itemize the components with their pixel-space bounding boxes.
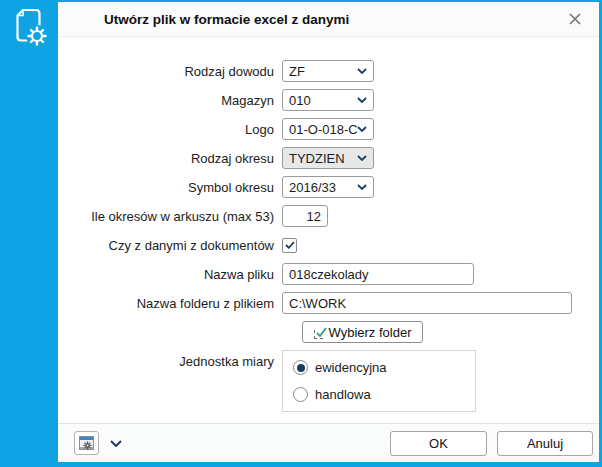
chevron-down-icon — [357, 68, 367, 74]
form-row: Magazyn 010 — [58, 89, 599, 111]
rodzaj-dowodu-select[interactable]: ZF — [282, 60, 374, 82]
field-label: Ile okresów w arkuszu (max 53) — [58, 209, 282, 224]
ile-okresow-input[interactable] — [282, 205, 328, 227]
form-row: Czy z danymi z dokumentów — [58, 234, 599, 256]
chevron-down-icon — [110, 440, 122, 447]
form-row: Symbol okresu 2016/33 — [58, 176, 599, 198]
radio-icon — [293, 360, 308, 375]
select-check-icon — [314, 326, 327, 339]
select-value: 01-O-018-C — [289, 122, 357, 137]
form-row: Rodzaj okresu TYDZIEN — [58, 147, 599, 169]
close-icon — [568, 12, 582, 26]
select-value: ZF — [289, 64, 357, 79]
field-label: Rodzaj okresu — [58, 151, 282, 166]
form-row: Rodzaj dowodu ZF — [58, 60, 599, 82]
wybierz-folder-button[interactable]: Wybierz folder — [302, 321, 423, 343]
button-label: Wybierz folder — [329, 325, 412, 340]
check-icon — [285, 241, 295, 249]
field-label: Magazyn — [58, 93, 282, 108]
nazwa-pliku-input[interactable] — [282, 263, 474, 285]
form-row: Nazwa folderu z plikiem — [58, 292, 599, 314]
field-label: Logo — [58, 122, 282, 137]
select-value: TYDZIEN — [289, 151, 357, 166]
sidebar — [0, 0, 58, 467]
form-area: Rodzaj dowodu ZF Magazyn 010 Logo 01-O-0… — [58, 38, 599, 423]
logo-select[interactable]: 01-O-018-C — [282, 118, 374, 140]
dialog-title: Utwórz plik w formacie excel z danymi — [104, 12, 349, 27]
chevron-down-icon — [357, 184, 367, 190]
select-value: 010 — [289, 93, 357, 108]
form-row: Jednostka miary ewidencyjna handlowa — [58, 350, 599, 412]
chevron-down-icon — [357, 126, 367, 132]
form-row: Nazwa pliku — [58, 263, 599, 285]
document-gear-icon — [11, 7, 47, 50]
jednostka-miary-group: ewidencyjna handlowa — [282, 350, 476, 412]
field-label: Nazwa folderu z plikiem — [58, 296, 282, 311]
chevron-down-icon — [357, 155, 367, 161]
field-label: Jednostka miary — [58, 350, 282, 369]
settings-button[interactable] — [74, 431, 99, 455]
window-border-bottom — [0, 462, 602, 467]
form-row: Ile okresów w arkuszu (max 53) — [58, 205, 599, 227]
settings-chevron-button[interactable] — [110, 440, 122, 447]
field-label: Rodzaj dowodu — [58, 64, 282, 79]
field-label: Symbol okresu — [58, 180, 282, 195]
radio-label: handlowa — [315, 387, 371, 402]
form-row: Wybierz folder — [302, 321, 599, 343]
footer-bar: OK Anuluj — [58, 423, 599, 462]
czy-z-danymi-checkbox[interactable] — [282, 238, 297, 253]
rodzaj-okresu-select: TYDZIEN — [282, 147, 374, 169]
create-excel-dialog: Utwórz plik w formacie excel z danymi Ro… — [0, 0, 602, 467]
form-row: Logo 01-O-018-C — [58, 118, 599, 140]
ok-button[interactable]: OK — [390, 431, 487, 456]
nazwa-folderu-input[interactable] — [282, 292, 572, 314]
titlebar: Utwórz plik w formacie excel z danymi — [58, 2, 599, 37]
radio-label: ewidencyjna — [315, 360, 387, 375]
magazyn-select[interactable]: 010 — [282, 89, 374, 111]
radio-ewidencyjna[interactable]: ewidencyjna — [293, 360, 465, 375]
select-value: 2016/33 — [289, 180, 357, 195]
field-label: Nazwa pliku — [58, 267, 282, 282]
anuluj-button[interactable]: Anuluj — [497, 431, 593, 456]
field-label: Czy z danymi z dokumentów — [58, 238, 282, 253]
symbol-okresu-select[interactable]: 2016/33 — [282, 176, 374, 198]
radio-icon — [293, 387, 308, 402]
close-button[interactable] — [565, 9, 585, 29]
window-gear-icon — [79, 436, 94, 450]
radio-handlowa[interactable]: handlowa — [293, 387, 465, 402]
chevron-down-icon — [357, 97, 367, 103]
